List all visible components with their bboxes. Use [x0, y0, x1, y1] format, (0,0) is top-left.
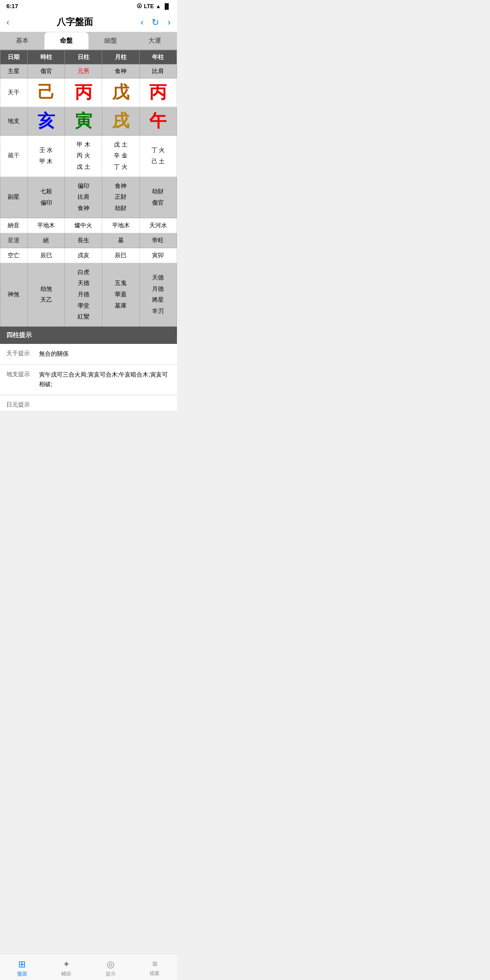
tiangan-hint-label: 天干提示: [6, 349, 34, 358]
tiangan-ri: 丙: [65, 78, 102, 107]
zhuxing-nian: 比肩: [139, 64, 176, 78]
status-icons: ⦿ LTE ▲ ▐▌: [137, 3, 171, 10]
dizhi-ri: 寅: [65, 107, 102, 135]
tiangan-hint-row: 天干提示 無合的關係: [0, 344, 177, 365]
tab-mingpan[interactable]: 命盤: [44, 32, 89, 49]
nav-bar: ‹ 八字盤面 ‹ ↻ ›: [0, 12, 177, 32]
fuxing-row: 副星 七殺偏印 偏印比肩食神 食神正財劫財 劫財傷官: [0, 176, 177, 218]
tab-xipan[interactable]: 細盤: [88, 32, 133, 49]
tiangan-nian: 丙: [139, 78, 176, 107]
circle-icon: ⦿: [137, 3, 142, 10]
xingyun-row: 星運 絕 長生 墓 帝旺: [0, 233, 177, 248]
shensha-shi: 劫煞天乙: [27, 263, 64, 326]
fuxing-label: 副星: [0, 176, 28, 218]
zanggan-yue: 戊 土辛 金丁 火: [102, 135, 139, 176]
fuxing-ri: 偏印比肩食神: [65, 176, 102, 218]
kongwang-yue: 辰巳: [102, 248, 139, 263]
kongwang-nian: 寅卯: [139, 248, 176, 263]
tiangan-yue: 戊: [102, 78, 139, 107]
fuxing-shi: 七殺偏印: [27, 176, 64, 218]
zanggan-label: 藏干: [0, 135, 28, 176]
zanggan-ri: 甲 木丙 火戊 土: [65, 135, 102, 176]
kongwang-label: 空亡: [0, 248, 28, 263]
scroll-area: 日期 時柱 日柱 月柱 年柱 主星 傷官 元男 食神 比肩 天干 己 丙 戊 丙…: [0, 50, 177, 447]
dizhi-hint-value: 寅午戌可三合火局;寅亥可合木;午亥暗合木;寅亥可相破;: [39, 370, 171, 389]
prev-icon[interactable]: ‹: [141, 17, 144, 27]
tiangan-shi: 己: [27, 78, 64, 107]
shensha-label: 神煞: [0, 263, 28, 326]
dizhi-hint-row: 地支提示 寅午戌可三合火局;寅亥可合木;午亥暗合木;寅亥可相破;: [0, 365, 177, 395]
rizhu-hint-label: 日元提示: [6, 401, 34, 409]
dizhi-yue: 戌: [102, 107, 139, 135]
xingyun-shi: 絕: [27, 233, 64, 248]
col-shizhu: 時柱: [27, 50, 64, 64]
status-bar: 6:17 ⦿ LTE ▲ ▐▌: [0, 0, 177, 12]
bazi-table: 日期 時柱 日柱 月柱 年柱 主星 傷官 元男 食神 比肩 天干 己 丙 戊 丙…: [0, 50, 177, 327]
hints-header: 四柱提示: [0, 327, 177, 344]
zhuxing-shi: 傷官: [27, 64, 64, 78]
shensha-ri: 白虎天德月德學堂紅鸞: [65, 263, 102, 326]
battery-icon: ▐▌: [163, 3, 171, 10]
dizhi-nian: 午: [139, 107, 176, 135]
nayin-ri: 爐中火: [65, 218, 102, 233]
zanggan-nian: 丁 火己 土: [139, 135, 176, 176]
dizhi-row: 地支 亥 寅 戌 午: [0, 107, 177, 135]
next-icon[interactable]: ›: [167, 17, 171, 27]
page-title: 八字盤面: [57, 16, 93, 28]
kongwang-shi: 辰巳: [27, 248, 64, 263]
col-nianzhu: 年柱: [139, 50, 176, 64]
status-time: 6:17: [6, 3, 18, 10]
nayin-shi: 平地木: [27, 218, 64, 233]
xingyun-label: 星運: [0, 233, 28, 248]
lte-label: LTE: [144, 3, 154, 10]
zhuxing-row: 主星 傷官 元男 食神 比肩: [0, 64, 177, 78]
back-button[interactable]: ‹: [6, 17, 10, 27]
dizhi-label: 地支: [0, 107, 28, 135]
shensha-nian: 天德月德將星羊刃: [139, 263, 176, 326]
shensha-row: 神煞 劫煞天乙 白虎天德月德學堂紅鸞 五鬼華蓋墓庫 天德月德將星羊刃: [0, 263, 177, 326]
xingyun-yue: 墓: [102, 233, 139, 248]
tiangan-label: 天干: [0, 78, 28, 107]
nayin-yue: 平地木: [102, 218, 139, 233]
zhuxing-label: 主星: [0, 64, 28, 78]
hints-section: 四柱提示 天干提示 無合的關係 地支提示 寅午戌可三合火局;寅亥可合木;午亥暗合…: [0, 327, 177, 410]
xingyun-ri: 長生: [65, 233, 102, 248]
kongwang-ri: 戌亥: [65, 248, 102, 263]
refresh-icon[interactable]: ↻: [152, 17, 159, 28]
tab-dayun[interactable]: 大運: [133, 32, 177, 49]
zanggan-shi: 壬 水甲 木: [27, 135, 64, 176]
kongwang-row: 空亡 辰巳 戌亥 辰巳 寅卯: [0, 248, 177, 263]
shensha-yue: 五鬼華蓋墓庫: [102, 263, 139, 326]
signal-icon: ▲: [156, 3, 161, 10]
nav-action-icons: ‹ ↻ ›: [141, 17, 171, 28]
col-yuezhu: 月柱: [102, 50, 139, 64]
tab-basic[interactable]: 基本: [0, 32, 44, 49]
fuxing-nian: 劫財傷官: [139, 176, 176, 218]
col-rizhu: 日柱: [65, 50, 102, 64]
col-riqi: 日期: [0, 50, 28, 64]
zhuxing-ri: 元男: [65, 64, 102, 78]
zanggan-row: 藏干 壬 水甲 木 甲 木丙 火戊 土 戊 土辛 金丁 火 丁 火己 土: [0, 135, 177, 176]
dizhi-hint-label: 地支提示: [6, 370, 34, 378]
zhuxing-yue: 食神: [102, 64, 139, 78]
nayin-label: 納音: [0, 218, 28, 233]
nayin-nian: 天河水: [139, 218, 176, 233]
top-tabs: 基本 命盤 細盤 大運: [0, 32, 177, 50]
tiangan-row: 天干 己 丙 戊 丙: [0, 78, 177, 107]
tiangan-hint-value: 無合的關係: [39, 349, 69, 359]
fuxing-yue: 食神正財劫財: [102, 176, 139, 218]
nayin-row: 納音 平地木 爐中火 平地木 天河水: [0, 218, 177, 233]
column-header-row: 日期 時柱 日柱 月柱 年柱: [0, 50, 177, 64]
rizhu-hint-row: 日元提示: [0, 395, 177, 411]
hints-title: 四柱提示: [6, 331, 32, 338]
xingyun-nian: 帝旺: [139, 233, 176, 248]
dizhi-shi: 亥: [27, 107, 64, 135]
